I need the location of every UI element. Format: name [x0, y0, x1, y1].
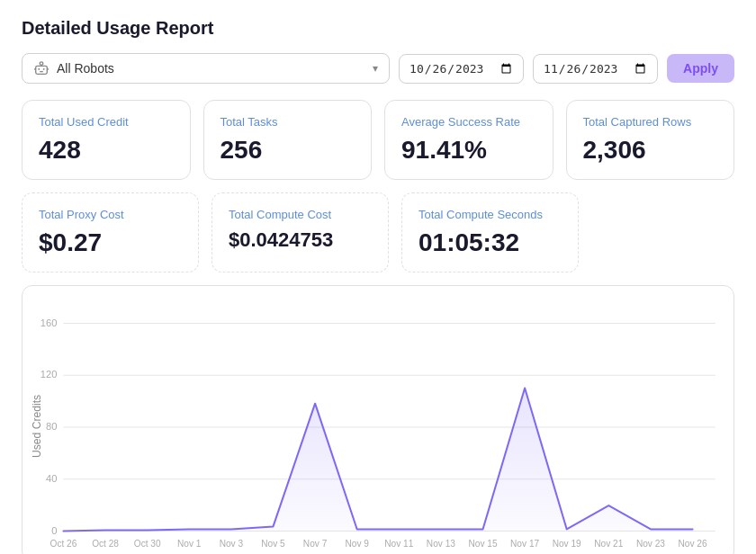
svg-text:120: 120 — [40, 369, 58, 380]
svg-text:0: 0 — [51, 525, 57, 536]
chevron-down-icon: ▾ — [373, 62, 378, 75]
svg-rect-4 — [43, 68, 45, 70]
card-value-average-success-rate: 91.41% — [401, 136, 536, 165]
svg-text:Oct 28: Oct 28 — [92, 539, 119, 549]
stats-row-1: Total Used Credit 428 Total Tasks 256 Av… — [22, 100, 734, 180]
svg-text:80: 80 — [46, 421, 57, 432]
svg-text:Nov 3: Nov 3 — [220, 539, 244, 549]
card-label-average-success-rate: Average Success Rate — [401, 115, 536, 129]
svg-text:Used Credits: Used Credits — [32, 395, 43, 458]
card-label-total-captured-rows: Total Captured Rows — [583, 115, 718, 129]
card-label-total-compute-cost: Total Compute Cost — [229, 208, 372, 221]
card-value-total-used-credit: 428 — [39, 136, 174, 165]
date-from-input[interactable] — [399, 54, 524, 84]
svg-rect-3 — [38, 68, 40, 70]
card-value-total-tasks: 256 — [220, 136, 356, 165]
chart-area: 0 40 80 120 160 Used Credits — [32, 300, 724, 552]
card-total-captured-rows: Total Captured Rows 2,306 — [566, 100, 735, 180]
card-total-compute-cost: Total Compute Cost $0.0424753 — [212, 192, 389, 273]
card-total-used-credit: Total Used Credit 428 — [22, 100, 191, 180]
svg-rect-0 — [36, 66, 48, 74]
svg-text:Oct 26: Oct 26 — [50, 539, 77, 549]
svg-point-1 — [40, 62, 43, 66]
svg-text:Nov 5: Nov 5 — [261, 539, 285, 549]
card-total-tasks: Total Tasks 256 — [203, 100, 373, 180]
svg-text:Nov 13: Nov 13 — [427, 539, 455, 549]
card-value-total-proxy-cost: $0.27 — [39, 228, 182, 257]
robot-select-label: All Robots — [57, 61, 365, 76]
robot-select[interactable]: All Robots ▾ — [22, 53, 390, 84]
apply-button[interactable]: Apply — [667, 54, 734, 83]
svg-text:160: 160 — [40, 317, 58, 328]
card-value-total-compute-cost: $0.0424753 — [229, 228, 372, 252]
card-total-proxy-cost: Total Proxy Cost $0.27 — [22, 192, 199, 273]
svg-text:Nov 15: Nov 15 — [468, 539, 497, 549]
card-label-total-tasks: Total Tasks — [220, 115, 356, 129]
card-label-total-used-credit: Total Used Credit — [39, 115, 174, 129]
robot-icon — [33, 60, 50, 76]
card-total-compute-seconds: Total Compute Seconds 01:05:32 — [401, 192, 579, 273]
svg-text:Nov 9: Nov 9 — [345, 539, 369, 549]
svg-text:Nov 11: Nov 11 — [384, 539, 413, 549]
card-average-success-rate: Average Success Rate 91.41% — [384, 100, 554, 180]
card-label-total-compute-seconds: Total Compute Seconds — [418, 208, 562, 221]
card-value-total-compute-seconds: 01:05:32 — [418, 228, 562, 257]
svg-text:Nov 21: Nov 21 — [594, 539, 623, 549]
svg-text:Nov 19: Nov 19 — [553, 539, 581, 549]
toolbar: All Robots ▾ Apply — [22, 53, 734, 84]
svg-text:Nov 1: Nov 1 — [177, 539, 202, 549]
svg-text:Date: Date — [375, 551, 399, 552]
svg-text:40: 40 — [46, 473, 57, 484]
svg-text:Nov 17: Nov 17 — [510, 539, 539, 549]
svg-text:Nov 7: Nov 7 — [303, 539, 328, 549]
page-title: Detailed Usage Report — [22, 18, 734, 39]
svg-text:Oct 30: Oct 30 — [134, 539, 161, 549]
card-value-total-captured-rows: 2,306 — [583, 136, 718, 165]
card-label-total-proxy-cost: Total Proxy Cost — [39, 208, 182, 221]
date-to-input[interactable] — [533, 54, 658, 84]
svg-text:Nov 26: Nov 26 — [678, 539, 706, 549]
stats-row-2: Total Proxy Cost $0.27 Total Compute Cos… — [22, 192, 734, 273]
chart-svg: 0 40 80 120 160 Used Credits — [32, 300, 724, 552]
svg-text:Nov 23: Nov 23 — [636, 539, 665, 549]
chart-container: 0 40 80 120 160 Used Credits — [22, 285, 734, 554]
